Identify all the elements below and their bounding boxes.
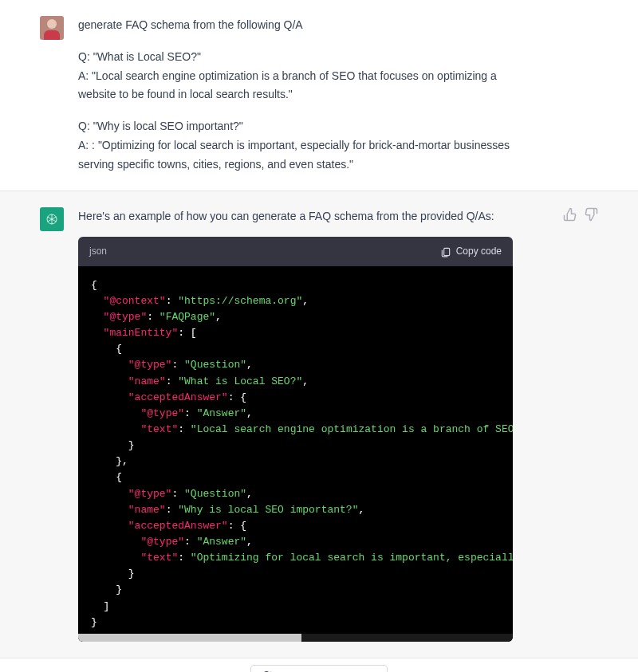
regenerate-row: Regenerate response [0,658,638,672]
regenerate-response-button[interactable]: Regenerate response [250,665,387,672]
copy-code-button[interactable]: Copy code [440,243,502,259]
thumbs-down-icon[interactable] [584,207,598,222]
user-avatar [40,16,64,40]
user-text-p3: Q: "Why is local SEO important?" A: : "O… [78,117,525,174]
horizontal-scrollbar[interactable] [78,634,513,642]
user-text-p1: generate FAQ schema from the following Q… [78,16,525,35]
assistant-avatar [40,207,64,231]
user-message-row: generate FAQ schema from the following Q… [0,0,638,191]
svg-rect-1 [443,248,449,255]
assistant-message-row: Here's an example of how you can generat… [0,191,638,658]
thumbs-up-icon[interactable] [563,207,577,222]
feedback-buttons [555,207,598,642]
code-language-label: json [89,243,107,259]
code-block: json Copy code { "@context": "https://sc… [78,237,513,641]
assistant-message-body: Here's an example of how you can generat… [78,207,525,642]
user-text-p2: Q: "What is Local SEO?" A: "Local search… [78,48,525,104]
clipboard-icon [440,246,451,257]
code-header: json Copy code [78,237,513,265]
code-body[interactable]: { "@context": "https://schema.org", "@ty… [78,266,513,642]
scrollbar-thumb[interactable] [78,634,301,642]
assistant-intro-text: Here's an example of how you can generat… [78,210,494,222]
user-message-body: generate FAQ schema from the following Q… [78,16,525,175]
copy-code-label: Copy code [456,243,502,259]
